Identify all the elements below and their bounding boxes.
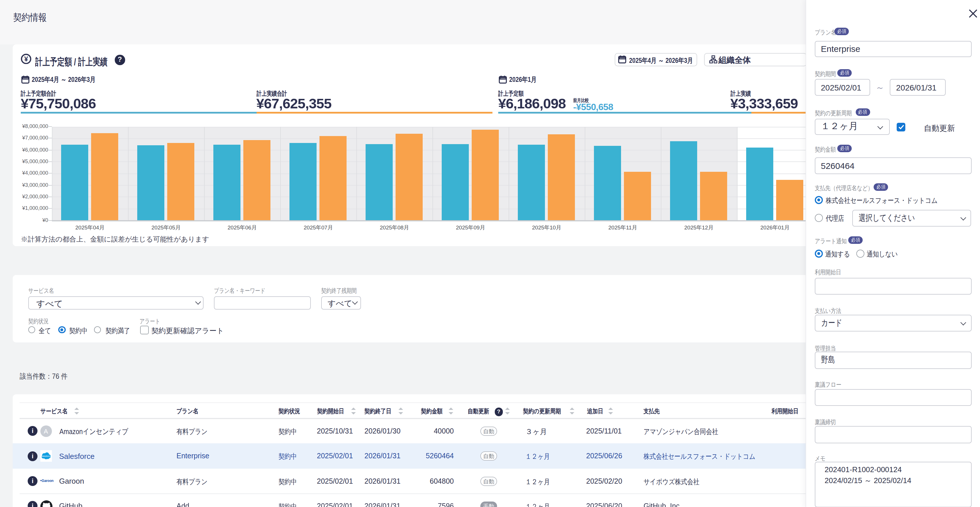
svg-text:salesforce: salesforce (41, 455, 51, 458)
svg-text:¥: ¥ (24, 55, 28, 62)
